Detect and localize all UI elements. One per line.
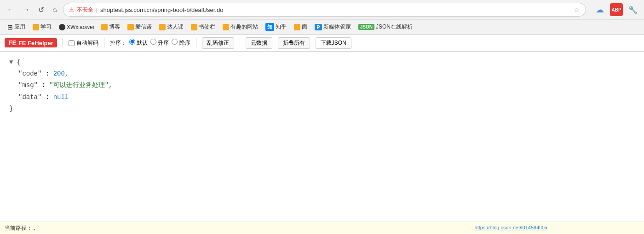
nav-bar: ← → ↺ ⌂ ⚠ 不安全 | shoptest.jss.com.cn/spri… — [0, 0, 644, 19]
json-code-line: "code" : 200, — [18, 68, 635, 80]
folder-icon — [33, 24, 39, 30]
abp-extension-icon[interactable]: ABP — [610, 3, 623, 16]
bookmark-interesting[interactable]: 有趣的网站 — [220, 22, 261, 32]
bookmark-star-icon[interactable]: ☆ — [574, 6, 580, 13]
fix-encoding-button[interactable]: 乱码修正 — [202, 37, 234, 49]
bookmark-blog[interactable]: 博客 — [98, 22, 123, 32]
bookmark-mian[interactable]: 面 — [291, 22, 310, 32]
divider — [63, 38, 63, 47]
download-button[interactable]: 下载JSON — [316, 37, 351, 49]
address-bar[interactable]: ⚠ 不安全 | shoptest.jss.com.cn/spring-boot-… — [63, 3, 586, 17]
auto-decode-label[interactable]: 自动解码 — [69, 39, 98, 47]
sort-desc-radio[interactable] — [172, 39, 178, 45]
sort-label: 排序： — [110, 39, 126, 47]
zhihu-icon: 知 — [265, 23, 274, 31]
bookmark-json-parse[interactable]: JSON JSON在线解析 — [356, 22, 415, 32]
fehelper-logo: FE FE FeHelper — [5, 38, 57, 47]
fehelper-bar: FE FE FeHelper 自动解码 排序： 默认 升序 降序 乱码修正 元数… — [0, 35, 644, 52]
extra-extension-icon[interactable]: 🔧 — [627, 3, 639, 16]
bookmark-bookmarks[interactable]: 书签栏 — [188, 22, 218, 32]
sort-desc-label[interactable]: 降序 — [172, 39, 190, 47]
bookmark-github[interactable]: XWxiaowei — [56, 23, 97, 31]
folder-icon — [191, 24, 197, 30]
csdn-link[interactable]: https://blog.csdn.net/l014594fl0a — [475, 225, 547, 230]
security-icon: ⚠ — [69, 6, 74, 13]
sort-default-radio[interactable] — [129, 39, 135, 45]
divider — [104, 38, 104, 47]
sort-group: 排序： 默认 升序 降序 — [110, 39, 190, 47]
folder-icon — [223, 24, 229, 30]
open-brace: { — [17, 58, 21, 66]
json-display: ▼ { "code" : 200, "msg" : "可以进行业务处理", "d… — [0, 52, 644, 222]
content-area: ▼ { "code" : 200, "msg" : "可以进行业务处理", "d… — [0, 52, 644, 234]
bookmarks-bar: ⊞ 应用 学习 XWxiaowei 博客 爱信诺 达人课 书签栏 — [0, 19, 644, 34]
json-root-brace: ▼ { — [9, 57, 635, 68]
github-icon — [59, 24, 65, 30]
code-value: 200, — [53, 70, 69, 77]
current-path-label: 当前路径：.. — [5, 224, 35, 232]
sort-asc-radio[interactable] — [150, 39, 156, 45]
code-key: "code" — [18, 70, 41, 77]
bookmark-apps[interactable]: ⊞ 应用 — [5, 22, 28, 32]
folder-icon — [159, 24, 166, 30]
url-text: shoptest.jss.com.cn/spring-boot-b/dealUs… — [100, 6, 571, 13]
forward-button[interactable]: → — [20, 5, 32, 15]
sort-asc-text: 升序 — [158, 40, 169, 46]
url-separator: | — [96, 6, 98, 13]
parking-icon: P — [315, 24, 322, 30]
cloud-extension-icon[interactable]: ☁ — [593, 3, 606, 16]
divider — [240, 38, 240, 47]
collapse-button[interactable]: 折叠所有 — [278, 37, 310, 49]
msg-value: "可以进行业务处理", — [49, 82, 112, 89]
sort-desc-text: 降序 — [179, 40, 190, 46]
json-msg-line: "msg" : "可以进行业务处理", — [18, 80, 635, 91]
bookmark-aixinnuo[interactable]: 爱信诺 — [125, 22, 155, 32]
data-value: null — [53, 94, 69, 101]
data-key: "data" — [18, 94, 41, 101]
json-icon: JSON — [358, 24, 374, 30]
json-body: "code" : 200, "msg" : "可以进行业务处理", "data"… — [9, 68, 635, 103]
bookmark-media-mgr[interactable]: P 新媒体管家 — [312, 22, 353, 32]
divider — [196, 38, 196, 47]
reload-button[interactable]: ↺ — [36, 5, 46, 15]
security-label: 不安全 — [77, 6, 93, 14]
folder-icon — [127, 24, 134, 30]
json-close-brace: } — [9, 103, 635, 115]
raw-button[interactable]: 元数据 — [246, 37, 272, 49]
auto-decode-text: 自动解码 — [76, 39, 98, 47]
json-data-line: "data" : null — [18, 92, 635, 103]
sort-default-text: 默认 — [137, 40, 148, 46]
sort-default-label[interactable]: 默认 — [129, 39, 148, 47]
path-bar: 当前路径：.. — [0, 222, 644, 234]
close-brace: } — [9, 105, 13, 112]
bookmark-darens[interactable]: 达人课 — [156, 22, 186, 32]
sort-asc-label[interactable]: 升序 — [150, 39, 169, 47]
back-button[interactable]: ← — [5, 5, 17, 15]
collapse-triangle[interactable]: ▼ — [9, 58, 13, 66]
folder-icon — [101, 24, 108, 30]
home-button[interactable]: ⌂ — [50, 5, 59, 15]
browser-extensions: ☁ ABP 🔧 — [593, 3, 639, 16]
folder-icon — [294, 24, 300, 30]
auto-decode-checkbox[interactable] — [69, 40, 75, 46]
bookmark-learning[interactable]: 学习 — [30, 22, 54, 32]
bookmark-zhihu[interactable]: 知 知乎 — [263, 22, 289, 32]
msg-key: "msg" — [18, 82, 38, 89]
